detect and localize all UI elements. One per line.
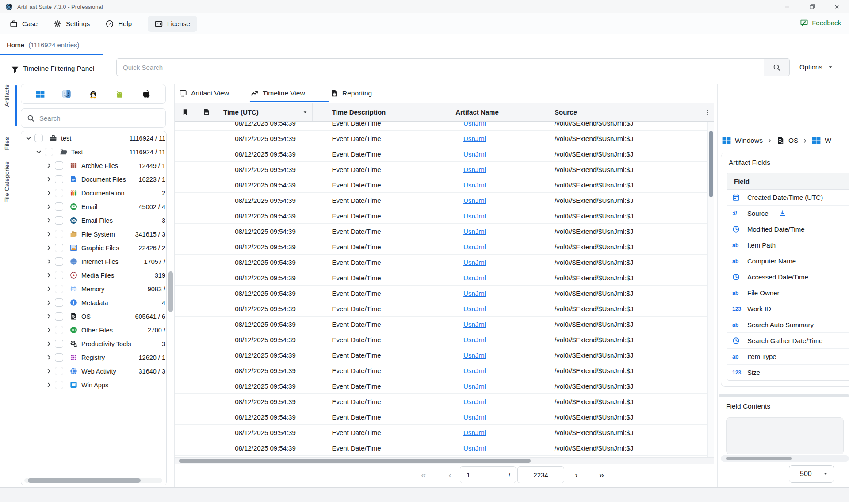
note-cell[interactable] [195, 409, 218, 424]
checkbox[interactable] [55, 244, 63, 252]
chevron-right-icon[interactable] [45, 190, 52, 196]
table-row[interactable]: 08/12/2025 09:54:39Event Date/TimeUsnJrn… [175, 255, 708, 270]
note-cell[interactable] [195, 177, 218, 192]
table-row[interactable]: 08/12/2025 09:54:39Event Date/TimeUsnJrn… [175, 146, 708, 162]
bookmark-cell[interactable] [175, 409, 195, 424]
bookmark-cell[interactable] [175, 317, 195, 332]
tree-item-documentation[interactable]: Documentation2 [21, 186, 166, 200]
chevron-right-icon[interactable] [45, 286, 52, 292]
field-row-item-path[interactable]: abItem Path [727, 237, 849, 253]
chevron-down-icon[interactable] [35, 149, 42, 155]
column-options-kebab-icon[interactable] [703, 107, 711, 118]
tree-item-other-files[interactable]: Other Files2700 / [21, 323, 166, 337]
tree-item-archive-files[interactable]: Archive Files12449 / 1 [21, 159, 166, 172]
note-cell[interactable] [195, 301, 218, 316]
field-row-accessed-date-time[interactable]: Accessed Date/Time [727, 269, 849, 285]
table-row[interactable]: 08/12/2025 09:54:39Event Date/TimeUsnJrn… [175, 425, 708, 440]
bookmark-cell[interactable] [175, 224, 195, 239]
chevron-right-icon[interactable] [45, 327, 52, 333]
timeline-filtering-panel-button[interactable]: Timeline Filtering Panel [23, 65, 94, 73]
checkbox[interactable] [55, 367, 63, 375]
vertical-tab-files[interactable]: Files [4, 137, 10, 150]
artifact-link[interactable]: UsnJrnl [463, 398, 486, 405]
tab-timeline-view[interactable]: Timeline View [251, 84, 305, 103]
field-row-computer-name[interactable]: abComputer Name [727, 253, 849, 269]
note-cell[interactable] [195, 162, 218, 177]
scrollbar-thumb[interactable] [709, 131, 713, 197]
tree-item-test[interactable]: test1116924 / 11 [21, 131, 166, 145]
note-cell[interactable] [195, 239, 218, 254]
tree-item-metadata[interactable]: Metadata4 [21, 296, 166, 309]
bookmark-cell[interactable] [175, 162, 195, 177]
tree-item-graphic-files[interactable]: Graphic Files22426 / 2 [21, 241, 166, 255]
note-cell[interactable] [195, 378, 218, 393]
table-row[interactable]: 08/12/2025 09:54:39Event Date/TimeUsnJrn… [175, 131, 708, 146]
note-cell[interactable] [195, 332, 218, 347]
bookmark-cell[interactable] [175, 425, 195, 440]
menu-item-license[interactable]: License [148, 16, 197, 32]
artifact-link[interactable]: UsnJrnl [463, 367, 486, 374]
breadcrumb-item-os[interactable]: OS [788, 137, 798, 145]
tree-item-registry[interactable]: Registry12620 / 1 [21, 351, 166, 364]
checkbox[interactable] [55, 353, 63, 362]
tree-item-os[interactable]: OS605641 / 6 [21, 309, 166, 323]
column-header-artifact-name[interactable]: Artifact Name [400, 103, 549, 121]
checkbox[interactable] [55, 216, 63, 225]
menu-item-case[interactable]: Case [10, 20, 38, 28]
artifact-link[interactable]: UsnJrnl [463, 150, 486, 158]
next-page-button[interactable]: › [570, 467, 583, 482]
menu-item-help[interactable]: ? Help [106, 20, 132, 28]
search-button[interactable] [764, 58, 790, 76]
field-row-item-type[interactable]: abItem Type [727, 348, 849, 364]
scrollbar-thumb[interactable] [168, 271, 173, 312]
feedback-button[interactable]: Feedback [800, 19, 841, 27]
checkbox[interactable] [55, 312, 63, 321]
note-cell[interactable] [195, 255, 218, 270]
checkbox[interactable] [55, 298, 63, 307]
bookmark-cell[interactable] [175, 394, 195, 409]
artifact-link[interactable]: UsnJrnl [463, 181, 486, 189]
tree-item-web-activity[interactable]: Web Activity31640 / 3 [21, 364, 166, 378]
table-row[interactable]: 08/12/2025 09:54:39Event Date/TimeUsnJrn… [175, 378, 708, 394]
note-cell[interactable] [195, 270, 218, 285]
artifact-link[interactable]: UsnJrnl [463, 259, 486, 266]
note-cell[interactable] [195, 224, 218, 239]
checkbox[interactable] [55, 230, 63, 238]
tree-item-productivity-tools[interactable]: Productivity Tools3 [21, 337, 166, 351]
sidebar-search-input[interactable] [38, 114, 151, 122]
note-cell[interactable] [195, 193, 218, 208]
field-row-source[interactable]: ://Source [727, 205, 849, 221]
note-cell[interactable] [195, 208, 218, 223]
chevron-right-icon[interactable] [45, 231, 52, 237]
table-row[interactable]: 08/12/2025 09:54:39Event Date/TimeUsnJrn… [175, 224, 708, 239]
artifact-link[interactable]: UsnJrnl [463, 274, 486, 282]
tree-item-file-system[interactable]: File System341615 / 3 [21, 227, 166, 241]
table-row[interactable]: 08/12/2025 09:54:39Event Date/TimeUsnJrn… [175, 301, 708, 317]
chevron-right-icon[interactable] [45, 368, 52, 374]
bookmark-cell[interactable] [175, 270, 195, 285]
note-cell[interactable] [195, 363, 218, 378]
field-row-search-auto-summary[interactable]: abSearch Auto Summary [727, 317, 849, 332]
bookmark-cell[interactable] [175, 378, 195, 393]
tree-item-email[interactable]: Email45002 / 4 [21, 200, 166, 214]
table-row[interactable]: 08/12/2025 09:54:39Event Date/TimeUsnJrn… [175, 270, 708, 286]
chevron-right-icon[interactable] [45, 272, 52, 279]
table-row[interactable]: 08/12/2025 09:54:39Event Date/TimeUsnJrn… [175, 440, 708, 456]
tree-item-document-files[interactable]: Document Files16223 / 1 [21, 172, 166, 186]
bookmark-cell[interactable] [175, 255, 195, 270]
chevron-down-icon[interactable] [25, 135, 32, 141]
bookmark-cell[interactable] [175, 440, 195, 455]
maximize-button[interactable] [799, 0, 824, 13]
quick-search-input[interactable] [116, 58, 764, 76]
bookmark-cell[interactable] [175, 286, 195, 301]
chevron-right-icon[interactable] [45, 340, 52, 347]
bookmark-cell[interactable] [175, 177, 195, 192]
artifact-link[interactable]: UsnJrnl [463, 290, 486, 297]
chevron-right-icon[interactable] [45, 244, 52, 251]
minimize-button[interactable] [775, 0, 799, 13]
bookmark-cell[interactable] [175, 239, 195, 254]
note-cell[interactable] [195, 394, 218, 409]
breadcrumb-item-windows[interactable]: Windows [735, 137, 763, 145]
field-row-modified-date-time[interactable]: Modified Date/Time [727, 221, 849, 237]
table-row[interactable]: 08/12/2025 09:54:39Event Date/TimeUsnJrn… [175, 193, 708, 208]
